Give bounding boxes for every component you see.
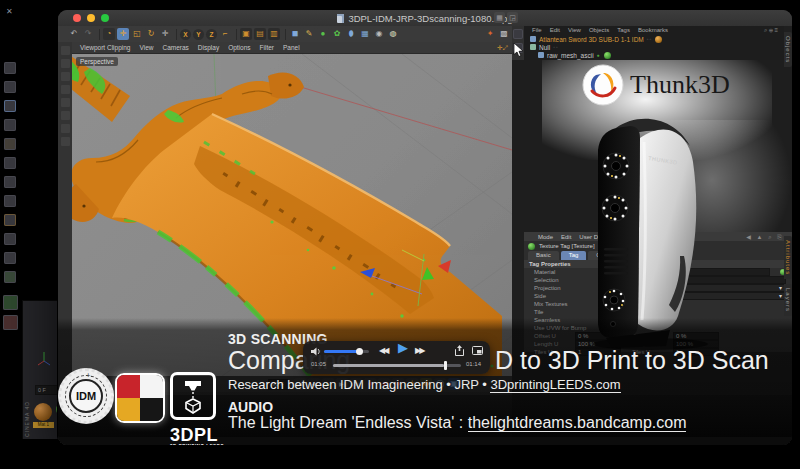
attr-menu-item[interactable]: Mode <box>538 234 553 240</box>
coord-system-icon[interactable]: ⌐ <box>219 28 231 40</box>
mode-icon[interactable] <box>61 72 70 81</box>
toolbar-end-icon2[interactable]: ▩ <box>498 28 510 40</box>
move-tool-icon[interactable]: ✛ <box>117 28 129 40</box>
viewport-menu-item[interactable]: Display <box>198 44 219 51</box>
3d-printer-icon <box>170 372 216 420</box>
mode-icon[interactable] <box>61 46 70 55</box>
bg-tool-icon[interactable] <box>4 100 16 112</box>
pip-icon[interactable] <box>472 346 483 355</box>
om-menu-item[interactable]: Tags <box>617 27 630 35</box>
om-menu-item[interactable]: Bookmarks <box>638 27 668 35</box>
object-item[interactable]: raw_mesh_ascii ● <box>524 51 784 59</box>
bg-tool-icon[interactable] <box>4 157 16 169</box>
bg-tool-icon[interactable] <box>4 176 16 188</box>
add-plane-icon[interactable]: ▦ <box>359 28 371 40</box>
viewport-menu-item[interactable]: Filter <box>260 44 274 51</box>
add-generator-icon[interactable]: ● <box>317 28 329 40</box>
viewport-menu-item[interactable]: View <box>139 44 153 51</box>
bg-tool-icon[interactable] <box>3 315 18 330</box>
object-name: Null <box>539 44 550 51</box>
attr-toolbar-icons[interactable]: ◀ ▲ ⌕ ⎘ <box>746 233 784 241</box>
last-tool-icon[interactable]: ✛ <box>159 28 171 40</box>
bg-tool-icon[interactable] <box>4 195 16 207</box>
fast-forward-button[interactable]: ▶▶ <box>415 346 423 356</box>
add-light-icon[interactable]: ◍ <box>387 28 399 40</box>
bg-tool-icon[interactable] <box>4 252 16 264</box>
bg-tool-icon[interactable] <box>4 138 16 150</box>
volume-knob[interactable] <box>356 348 363 355</box>
om-menu-item[interactable]: Edit <box>550 27 560 35</box>
add-camera-icon[interactable]: ◉ <box>373 28 385 40</box>
scale-tool-icon[interactable]: ◱ <box>131 28 143 40</box>
visibility-dots[interactable]: ◦◦ <box>553 44 559 50</box>
bg-tool-icon[interactable] <box>4 119 16 131</box>
mode-icon[interactable] <box>61 59 70 68</box>
viewport-menu-item[interactable]: Viewport Clipping <box>80 44 130 51</box>
bg-tool-icon[interactable] <box>4 81 16 93</box>
render-settings-icon[interactable]: ▥ <box>268 28 280 40</box>
mode-icon[interactable] <box>61 85 70 94</box>
playback-controls[interactable]: ◀◀ ▶ ▶▶ 01:05 01:14 <box>303 341 490 374</box>
background-close-icon[interactable]: ✕ <box>6 7 13 16</box>
tab-basic[interactable]: Basic <box>528 251 559 260</box>
window-titlebar[interactable]: 3DPL-IDM-JRP-3Dscanning-1080.mpg ▦ ◲ <box>58 10 792 27</box>
add-deformer-icon[interactable]: ✿ <box>331 28 343 40</box>
titlebar-layout-icon[interactable]: ▦ <box>494 12 505 23</box>
progress-scrubber[interactable] <box>444 361 447 370</box>
toolbar-end-icon[interactable]: ✦ <box>484 28 496 40</box>
rewind-button[interactable]: ◀◀ <box>379 346 387 356</box>
rotate-tool-icon[interactable]: ↻ <box>145 28 157 40</box>
mode-icon[interactable] <box>61 111 70 120</box>
bg-tool-icon[interactable] <box>4 62 16 74</box>
visibility-dots[interactable]: ◦◦ <box>647 36 653 42</box>
add-cube-icon[interactable]: ◼ <box>289 28 301 40</box>
tab-layers[interactable]: Layers <box>784 284 792 316</box>
volume-slider[interactable] <box>324 350 369 353</box>
tab-attributes[interactable]: Attributes <box>784 236 792 279</box>
material-tag-icon[interactable] <box>604 52 611 59</box>
object-icon <box>530 36 536 42</box>
live-selection-icon[interactable]: ◔ <box>103 28 115 40</box>
add-ellipse-icon[interactable]: ⬮ <box>345 28 357 40</box>
visibility-dots[interactable]: ● <box>597 52 601 58</box>
om-menu-item[interactable]: Objects <box>589 27 609 35</box>
bg-tool-icon[interactable] <box>3 295 18 310</box>
tab-tag[interactable]: Tag <box>561 251 587 260</box>
axis-y-button[interactable]: Y <box>193 29 204 40</box>
bg-tool-icon[interactable] <box>4 271 16 283</box>
redo-icon[interactable]: ↷ <box>82 28 94 40</box>
add-spline-icon[interactable]: ✎ <box>303 28 315 40</box>
share-icon[interactable] <box>455 345 464 356</box>
mode-icon[interactable] <box>61 124 70 133</box>
om-menu-item[interactable]: File <box>532 27 542 35</box>
viewport-menu-item[interactable]: Options <box>228 44 250 51</box>
render-view-icon[interactable]: ▣ <box>240 28 252 40</box>
palette-icon[interactable] <box>513 29 523 39</box>
tab-objects[interactable]: Objects <box>784 32 792 67</box>
mode-icon[interactable] <box>61 137 70 146</box>
play-button[interactable]: ▶ <box>398 343 408 353</box>
axis-z-button[interactable]: Z <box>206 29 217 40</box>
object-item[interactable]: Atlantean Sword 3D SUB-D 1-1 IDM ◦◦ <box>524 35 784 43</box>
viewport-menu-item[interactable]: Cameras <box>162 44 188 51</box>
attr-menu-item[interactable]: Edit <box>561 234 571 240</box>
object-item[interactable]: Null ◦◦ <box>524 43 784 51</box>
mode-icon[interactable] <box>61 98 70 107</box>
material-tag-icon[interactable] <box>655 36 662 43</box>
undo-icon[interactable]: ↶ <box>68 28 80 40</box>
om-menu-item[interactable]: View <box>568 27 581 35</box>
progress-bar[interactable] <box>333 364 461 367</box>
render-picture-viewer-icon[interactable]: ▤ <box>254 28 266 40</box>
axis-x-button[interactable]: X <box>180 29 191 40</box>
screen: ✕ 0 F Mat 1 L CINEMA 4D <box>0 0 800 469</box>
bg-tool-icon[interactable] <box>4 233 16 245</box>
viewport-menu-item[interactable]: Panel <box>283 44 300 51</box>
bg-material-ball[interactable] <box>34 403 52 421</box>
titlebar-panel-icon[interactable]: ◲ <box>507 12 518 23</box>
volume-icon[interactable] <box>311 347 321 356</box>
bg-tool-icon[interactable] <box>4 214 16 226</box>
thunk3d-wordmark: Thunk3D <box>630 70 730 100</box>
om-search-icon[interactable]: ⌕ ⊕ ≡ <box>764 27 778 35</box>
quad-white <box>140 375 163 398</box>
viewport-corner-icons[interactable]: ✛⤢ <box>497 44 508 52</box>
